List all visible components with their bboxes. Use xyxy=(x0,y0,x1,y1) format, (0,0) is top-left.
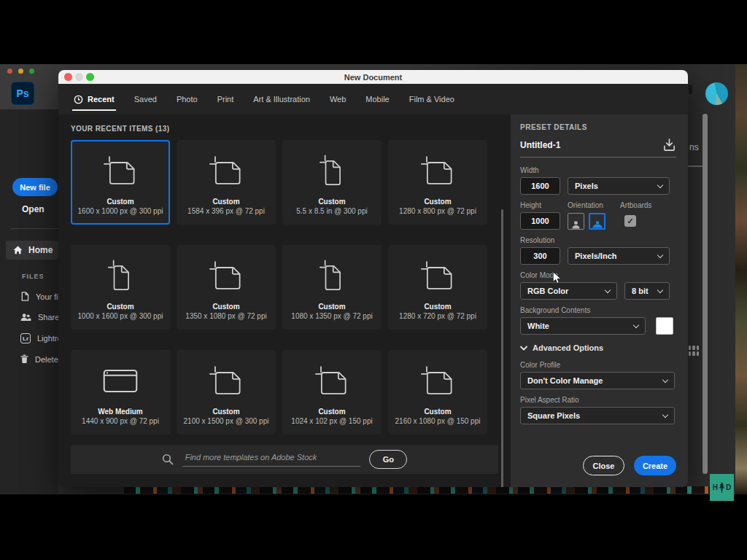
artboards-label: Artboards xyxy=(620,201,651,209)
close-button[interactable]: Close xyxy=(583,456,624,475)
dialog-zoom-button[interactable] xyxy=(86,73,94,81)
background-contents-select[interactable]: White xyxy=(520,317,646,335)
document-landscape-icon xyxy=(421,366,454,396)
template-grid: Custom 1600 x 1000 px @ 300 ppi Custom 1… xyxy=(71,140,498,435)
document-landscape-icon xyxy=(209,156,243,186)
recent-files-thumbnails-strip xyxy=(124,486,726,494)
sidebar-item-lightroom[interactable]: Lr Lightro xyxy=(20,333,58,343)
home-scrollbar[interactable] xyxy=(703,114,708,474)
dialog-tabbar: Recent Saved Photo Print Art & Illustrat… xyxy=(58,84,688,114)
color-mode-select[interactable]: RGB Color xyxy=(520,282,617,300)
resolution-unit-select[interactable]: Pixels/Inch xyxy=(568,247,670,265)
dialog-title: New Document xyxy=(344,73,402,82)
mouse-cursor xyxy=(552,271,562,284)
pixel-aspect-ratio-label: Pixel Aspect Ratio xyxy=(520,396,676,404)
tab-film-video[interactable]: Film & Video xyxy=(409,84,454,114)
template-card[interactable]: Custom 5.5 x 8.5 in @ 300 ppi xyxy=(282,140,382,225)
clock-icon xyxy=(74,95,83,104)
width-unit-select[interactable]: Pixels xyxy=(568,177,670,195)
bit-depth-select[interactable]: 8 bit xyxy=(624,282,670,300)
template-card[interactable]: Custom 1280 x 800 px @ 72 ppi xyxy=(388,140,487,225)
document-portrait-icon xyxy=(108,260,133,292)
hidden-underline-fragment xyxy=(688,166,703,167)
chevron-down-icon xyxy=(657,182,663,187)
height-input[interactable] xyxy=(520,212,560,230)
document-landscape-icon xyxy=(209,366,243,396)
background-color-swatch[interactable] xyxy=(656,317,673,335)
document-portrait-icon xyxy=(320,155,344,187)
chevron-down-icon xyxy=(662,411,668,417)
recent-items-header: YOUR RECENT ITEMS (13) xyxy=(71,125,498,133)
dialog-titlebar[interactable]: New Document xyxy=(58,70,688,84)
template-card[interactable]: Custom 1280 x 720 px @ 72 ppi xyxy=(388,245,487,330)
chevron-down-icon xyxy=(657,287,663,292)
file-icon xyxy=(20,292,29,301)
template-card[interactable]: Custom 1350 x 1080 px @ 72 ppi xyxy=(177,245,276,330)
document-name-row: Untitled-1 xyxy=(520,138,676,158)
tab-saved[interactable]: Saved xyxy=(134,84,157,114)
tab-photo[interactable]: Photo xyxy=(177,84,198,114)
go-button[interactable]: Go xyxy=(369,450,407,469)
sidebar-item-home[interactable]: Home xyxy=(6,241,58,260)
grid-view-icon[interactable] xyxy=(689,346,699,356)
template-card[interactable]: Custom 1000 x 1600 px @ 300 ppi xyxy=(71,245,170,330)
tab-print[interactable]: Print xyxy=(217,84,234,114)
template-card[interactable]: Custom 1584 x 396 px @ 72 ppi xyxy=(177,140,276,225)
sidebar-divider xyxy=(10,228,58,229)
hd-watermark: H D xyxy=(710,474,734,501)
files-section-header: FILES xyxy=(22,273,44,280)
app-minimize-button[interactable] xyxy=(18,69,23,74)
app-close-button[interactable] xyxy=(7,69,12,74)
dialog-minimize-button[interactable] xyxy=(75,73,83,81)
document-landscape-icon xyxy=(421,261,454,291)
template-card[interactable]: Custom 1080 x 1350 px @ 72 ppi xyxy=(282,245,382,330)
chevron-down-icon xyxy=(633,322,639,327)
dialog-close-button[interactable] xyxy=(64,73,72,81)
recent-templates-pane: YOUR RECENT ITEMS (13) Custom 1600 x 100… xyxy=(58,114,511,487)
open-button[interactable]: Open xyxy=(22,204,44,214)
app-zoom-button[interactable] xyxy=(29,69,34,74)
avatar[interactable] xyxy=(705,82,728,105)
orientation-label: Orientation xyxy=(568,201,613,209)
new-document-dialog: New Document Recent Saved Photo Print Ar… xyxy=(58,70,688,487)
screen: Ps New file Open Home FILES Your fil Sha… xyxy=(0,0,747,560)
document-landscape-icon xyxy=(421,156,454,186)
color-profile-select[interactable]: Don't Color Manage xyxy=(520,372,675,389)
sidebar-item-deleted[interactable]: Delete xyxy=(20,354,58,364)
adobe-stock-search-bar: Find more templates on Adobe Stock Go xyxy=(71,445,498,474)
template-card[interactable]: Custom 1024 x 102 px @ 150 ppi xyxy=(282,350,382,435)
new-file-button[interactable]: New file xyxy=(12,178,58,196)
tab-web[interactable]: Web xyxy=(330,84,346,114)
advanced-options-toggle[interactable]: Advanced Options xyxy=(520,343,676,352)
preset-details-panel: PRESET DETAILS Untitled-1 Width Pixels H… xyxy=(511,114,688,487)
width-input[interactable] xyxy=(520,177,560,195)
color-profile-label: Color Profile xyxy=(520,361,676,369)
template-card-selected[interactable]: Custom 1600 x 1000 px @ 300 ppi xyxy=(71,140,170,225)
template-card[interactable]: Custom 2160 x 1080 px @ 150 ppi xyxy=(388,350,487,435)
resolution-input[interactable] xyxy=(520,247,560,265)
background-contents-label: Background Contents xyxy=(520,306,676,314)
template-card[interactable]: Custom 2100 x 1500 px @ 300 ppi xyxy=(177,350,276,435)
width-label: Width xyxy=(520,166,676,174)
hidden-icon-fragment xyxy=(689,85,692,94)
photoshop-logo: Ps xyxy=(11,82,34,105)
artboards-checkbox[interactable]: ✓ xyxy=(624,215,636,227)
color-mode-label: Color Mode xyxy=(520,271,676,279)
tab-art-illustration[interactable]: Art & Illustration xyxy=(253,84,310,114)
stock-search-input[interactable]: Find more templates on Adobe Stock xyxy=(182,453,361,467)
pixel-aspect-ratio-select[interactable]: Square Pixels xyxy=(520,407,675,424)
template-card[interactable]: Web Medium 1440 x 900 px @ 72 ppi xyxy=(71,350,170,435)
orientation-portrait-button[interactable] xyxy=(568,213,584,230)
home-sidebar: New file Open Home FILES Your fil Sharec… xyxy=(0,109,58,494)
browser-window-icon xyxy=(103,368,138,394)
tab-mobile[interactable]: Mobile xyxy=(365,84,389,114)
orientation-landscape-button[interactable] xyxy=(589,213,605,230)
template-grid-scrollbar[interactable] xyxy=(501,209,503,487)
save-preset-icon[interactable] xyxy=(662,138,676,152)
document-name-input[interactable]: Untitled-1 xyxy=(520,140,560,150)
tab-recent[interactable]: Recent xyxy=(74,84,115,114)
sidebar-item-your-files[interactable]: Your fil xyxy=(20,292,58,301)
create-button[interactable]: Create xyxy=(634,456,676,475)
sidebar-item-shared[interactable]: Sharec xyxy=(20,313,58,322)
lightroom-icon: Lr xyxy=(20,333,31,343)
